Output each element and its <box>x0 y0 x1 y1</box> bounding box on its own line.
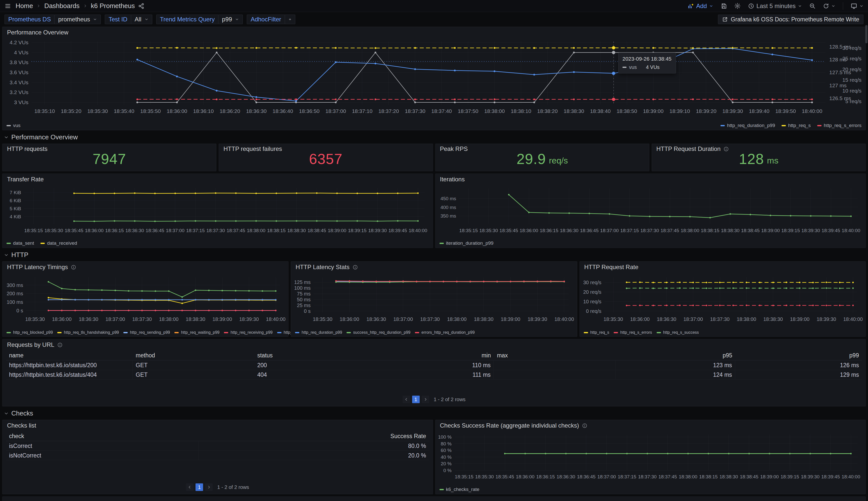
performance-overview-chart[interactable]: 3 VUs3.2 VUs3.4 VUs3.6 VUs3.8 VUs4 VUs4.… <box>5 38 863 119</box>
page-1-button[interactable]: 1 <box>412 396 420 403</box>
variable-label[interactable]: AdhocFilter <box>247 14 285 24</box>
svg-text:18:38:00: 18:38:00 <box>159 317 179 322</box>
legend-label: http_req_tls_handshaking_p99 <box>64 330 119 335</box>
svg-text:18:37:10: 18:37:10 <box>352 108 372 114</box>
row-header-checks[interactable]: Checks <box>2 406 866 420</box>
info-icon[interactable] <box>582 423 587 428</box>
legend-label: http_req_blocked_p99 <box>13 330 53 335</box>
svg-text:18:35:40: 18:35:40 <box>114 108 134 114</box>
add-button[interactable]: Add <box>687 2 713 10</box>
legend-item-http_req_tls_handshaking_p99[interactable]: http_req_tls_handshaking_p99 <box>57 330 119 335</box>
column-header[interactable]: max <box>494 352 615 359</box>
column-header[interactable]: check <box>6 433 199 440</box>
http-latency-timings-chart[interactable]: 0 s100 ms200 ms300 ms18:35:3018:36:0018:… <box>5 273 286 327</box>
refresh-button[interactable] <box>823 3 835 9</box>
variable-label[interactable]: Test ID <box>105 14 131 24</box>
legend-item-http_req_s_errors[interactable]: http_req_s_errors <box>614 330 652 335</box>
svg-text:18:35:15: 18:35:15 <box>24 228 43 233</box>
legend-item-http_req_receiving_p99[interactable]: http_req_receiving_p99 <box>224 330 272 335</box>
panel-title[interactable]: HTTP Latency Stats <box>296 264 349 270</box>
next-page-button[interactable] <box>205 483 212 491</box>
variable-label[interactable]: Trend Metrics Query <box>156 14 219 24</box>
variable-label[interactable]: Prometheus DS <box>4 14 55 24</box>
menu-icon[interactable] <box>4 3 11 9</box>
svg-text:18:38:30: 18:38:30 <box>564 108 584 114</box>
legend-item-http_req_s[interactable]: http_req_s <box>584 330 609 335</box>
kiosk-mode-button[interactable] <box>851 3 864 9</box>
legend-item-http_req_s[interactable]: http_req_s <box>782 123 811 128</box>
panel-http-latency-stats: HTTP Latency Stats 0 s25 ms50 ms75 ms100… <box>291 261 577 337</box>
prev-page-button[interactable] <box>403 396 410 403</box>
http-latency-stats-chart[interactable]: 0 s25 ms50 ms75 ms100 ms125 ms18:35:3018… <box>294 273 574 327</box>
variable-value-dropdown[interactable]: p99 <box>218 14 243 24</box>
svg-text:18:39:00: 18:39:00 <box>760 474 779 479</box>
next-page-button[interactable] <box>422 396 429 403</box>
svg-text:18:37:30: 18:37:30 <box>710 317 729 322</box>
legend-item-success_http_req_duration_p99[interactable]: success_http_req_duration_p99 <box>347 330 410 335</box>
svg-text:18:38:00: 18:38:00 <box>737 317 756 322</box>
legend-item-http_req_s_errors[interactable]: http_req_s_errors <box>817 123 861 128</box>
svg-text:18:39:30: 18:39:30 <box>528 317 547 322</box>
column-header[interactable]: name <box>6 352 133 359</box>
checks-success-rate-chart[interactable]: 0 %20 %40 %60 %80 %100 %18:35:1518:35:30… <box>438 431 863 484</box>
breadcrumb-home[interactable]: Home <box>15 2 33 10</box>
svg-text:18:39:00: 18:39:00 <box>643 108 664 114</box>
legend-item-k6_checks_rate[interactable]: k6_checks_rate <box>440 487 480 492</box>
panel-title[interactable]: Performance Overview <box>7 29 68 36</box>
legend-item-errors_http_req_duration_p99[interactable]: errors_http_req_duration_p99 <box>415 330 475 335</box>
panel-title[interactable]: Transfer Rate <box>7 176 44 183</box>
docs-link-button[interactable]: Grafana k6 OSS Docs: Prometheus Remote W… <box>718 14 864 24</box>
column-header[interactable]: status <box>254 352 376 359</box>
save-icon[interactable] <box>721 3 727 9</box>
legend-item-http_req_waiting_p99[interactable]: http_req_waiting_p99 <box>174 330 219 335</box>
legend-item-http_req_duration_p99[interactable]: http_req_duration_p99 <box>295 330 342 335</box>
info-icon[interactable] <box>353 265 358 270</box>
settings-icon[interactable] <box>734 3 740 9</box>
variables-bar: Prometheus DSprometheusTest IDAllTrend M… <box>0 12 868 26</box>
svg-text:18:36:30: 18:36:30 <box>657 317 676 322</box>
panel-title[interactable]: Checks Success Rate (aggregate individua… <box>440 422 579 429</box>
svg-text:18:37:15: 18:37:15 <box>617 474 636 479</box>
variable-value-dropdown[interactable]: All <box>131 14 152 24</box>
panel-title[interactable]: Iterations <box>440 176 465 183</box>
http-request-rate-chart[interactable]: 0 req/s10 req/s20 req/s30 req/s18:35:301… <box>582 273 863 327</box>
row-header-performance-overview[interactable]: Performance Overview <box>2 130 866 143</box>
legend-item-http_req_sending_p99[interactable]: http_req_sending_p99 <box>123 330 170 335</box>
zoom-out-icon[interactable] <box>810 3 815 9</box>
panel-title[interactable]: HTTP Latency Timings <box>7 264 68 270</box>
legend-item-http_req_blocked_p99[interactable]: http_req_blocked_p99 <box>7 330 53 335</box>
scrollbar-thumb[interactable] <box>865 25 868 43</box>
variable-value-dropdown[interactable]: prometheus <box>54 14 101 24</box>
legend-item-data_sent[interactable]: data_sent <box>7 241 34 246</box>
column-header[interactable]: method <box>133 352 254 359</box>
page-1-button[interactable]: 1 <box>196 483 203 491</box>
prev-page-button[interactable] <box>186 483 194 491</box>
transfer-rate-chart[interactable]: 4 KiB5 KiB6 KiB7 KiB18:35:1518:35:3018:3… <box>5 184 430 238</box>
iterations-chart[interactable]: 350 ms400 ms450 ms18:35:1518:35:3018:35:… <box>438 184 863 238</box>
add-filter-button[interactable] <box>285 14 295 24</box>
column-header[interactable]: p95 <box>615 352 735 359</box>
legend-label: errors_http_req_duration_p99 <box>421 330 475 335</box>
legend-label: http_req_s <box>590 330 609 335</box>
tooltip-series: vus <box>629 64 637 70</box>
svg-text:18:37:50: 18:37:50 <box>458 108 479 114</box>
legend-item-iteration_duration_p99[interactable]: iteration_duration_p99 <box>440 241 494 246</box>
legend-item-vus[interactable]: vus <box>7 123 21 128</box>
panel-title[interactable]: HTTP Request Rate <box>584 264 639 270</box>
breadcrumb-dashboards[interactable]: Dashboards <box>44 2 79 10</box>
row-header-http[interactable]: HTTP <box>2 248 866 261</box>
legend-label: data_sent <box>13 241 34 246</box>
column-header[interactable]: min <box>376 352 494 359</box>
svg-text:4 KiB: 4 KiB <box>10 214 21 219</box>
info-icon[interactable] <box>71 265 76 270</box>
panel-title[interactable]: Requests by URL <box>7 341 54 348</box>
legend-item-data_received[interactable]: data_received <box>41 241 77 246</box>
column-header[interactable]: p99 <box>735 352 862 359</box>
share-icon[interactable] <box>138 3 144 9</box>
legend-item-http_req_duration_p99[interactable]: http_req_duration_p99 <box>721 123 775 128</box>
column-header[interactable]: Success Rate <box>199 433 429 440</box>
panel-title[interactable]: Checks list <box>7 422 36 429</box>
legend-item-http_req_s_success[interactable]: http_req_s_success <box>657 330 699 335</box>
time-range-picker[interactable]: Last 5 minutes <box>748 2 802 10</box>
info-icon[interactable] <box>57 342 63 348</box>
